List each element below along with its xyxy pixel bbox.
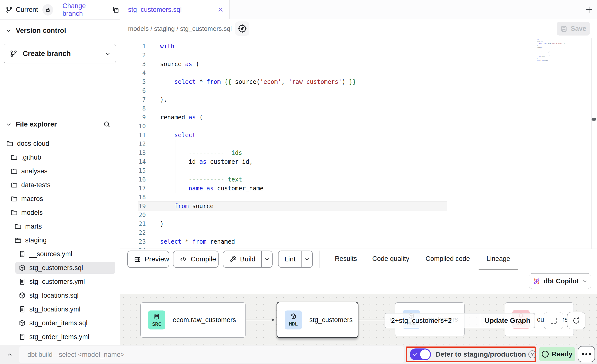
chevron-down-icon bbox=[105, 51, 111, 57]
code-line: 3source as ( bbox=[120, 60, 597, 69]
active-tab-underline bbox=[479, 269, 518, 270]
toggle-knob bbox=[420, 349, 430, 359]
tree-item-stg-order-items-sql[interactable]: stg_order_items.sql bbox=[0, 316, 120, 330]
tree-item-label: stg_customers.yml bbox=[29, 278, 85, 286]
version-control-title: Version control bbox=[16, 27, 66, 35]
lint-label: Lint bbox=[284, 255, 296, 263]
save-button[interactable]: Save bbox=[557, 22, 590, 36]
sidebar: Current Change branch Version control Cr… bbox=[0, 0, 120, 345]
code-line: 16 ---------- text bbox=[120, 175, 597, 184]
build-button[interactable]: Build bbox=[223, 251, 273, 268]
table-icon bbox=[134, 255, 141, 263]
help-icon[interactable]: ? bbox=[528, 350, 536, 358]
model-icon bbox=[19, 319, 26, 327]
build-dropdown[interactable] bbox=[261, 251, 272, 267]
file-icon bbox=[19, 333, 26, 341]
tree-item-staging[interactable]: staging bbox=[0, 233, 120, 247]
copy-branch-icon[interactable] bbox=[112, 6, 120, 14]
lineage-selector-bar: 2+stg_customers+2 Update Graph bbox=[385, 313, 535, 328]
copilot-compass-button[interactable] bbox=[235, 21, 249, 36]
more-options-button[interactable] bbox=[578, 346, 595, 362]
fullscreen-button[interactable] bbox=[544, 312, 563, 329]
save-icon bbox=[560, 25, 568, 32]
tree-item--sources-yml[interactable]: __sources.yml bbox=[0, 247, 120, 261]
new-tab-button[interactable] bbox=[584, 5, 594, 14]
file-icon bbox=[19, 250, 26, 258]
tree-item-marts[interactable]: marts bbox=[0, 219, 120, 233]
wrench-icon bbox=[229, 255, 237, 263]
tab-compiled-code[interactable]: Compiled code bbox=[426, 255, 470, 263]
tab-stg-customers-sql[interactable]: stg_customers.sql bbox=[120, 0, 230, 19]
node-label: stg_customers bbox=[309, 316, 353, 324]
branch-header: Current Change branch bbox=[0, 0, 120, 20]
tab-title: stg_customers.sql bbox=[128, 6, 182, 14]
tree-item-analyses[interactable]: analyses bbox=[0, 164, 120, 178]
tree-item-stg-locations-yml[interactable]: stg_locations.yml bbox=[0, 302, 120, 316]
chevron-down-icon bbox=[304, 256, 310, 262]
tree-item-stg-customers-yml[interactable]: stg_customers.yml bbox=[0, 275, 120, 289]
preview-label: Preview bbox=[145, 255, 169, 263]
update-graph-button[interactable]: Update Graph bbox=[480, 313, 535, 328]
refresh-button[interactable] bbox=[567, 312, 585, 329]
code-line: 5 select * from {{ source('ecom', 'raw_c… bbox=[120, 77, 597, 86]
chevron-down-icon[interactable] bbox=[5, 121, 12, 127]
tree-item-stg-order-items-yml[interactable]: stg_order_items.yml bbox=[0, 330, 120, 344]
chevron-down-icon bbox=[264, 256, 270, 262]
code-line: 19 from source bbox=[120, 202, 597, 211]
code-line: 4 bbox=[120, 69, 597, 77]
tree-item-models[interactable]: models bbox=[0, 206, 120, 219]
defer-toggle[interactable] bbox=[410, 348, 431, 360]
change-branch-link[interactable]: Change branch bbox=[62, 2, 105, 18]
tree-item-docs-cloud[interactable]: docs-cloud bbox=[0, 137, 120, 150]
compile-button[interactable]: Compile bbox=[173, 251, 219, 268]
compile-label: Compile bbox=[191, 255, 216, 263]
folder-icon bbox=[10, 195, 18, 202]
lint-button[interactable]: Lint bbox=[278, 251, 313, 268]
lint-dropdown[interactable] bbox=[301, 251, 312, 267]
dbt-copilot-label: dbt Copilot bbox=[544, 277, 579, 285]
save-label: Save bbox=[571, 25, 586, 33]
chevron-up-icon[interactable] bbox=[6, 351, 13, 358]
create-branch-button[interactable]: Create branch bbox=[4, 44, 116, 63]
tree-item-label: stg_locations.sql bbox=[29, 292, 79, 299]
tree-item-stg-customers-sql[interactable]: stg_customers.sql bbox=[0, 261, 120, 275]
refresh-icon bbox=[572, 316, 580, 325]
tree-item-label: analyses bbox=[21, 167, 48, 175]
folder-open-icon bbox=[14, 237, 22, 244]
tree-item-label: docs-cloud bbox=[17, 140, 49, 147]
tree-item-data-tests[interactable]: data-tests bbox=[0, 178, 120, 192]
editor-scrollbar-gutter[interactable] bbox=[591, 38, 597, 249]
page-scrollbar-thumb[interactable] bbox=[592, 118, 596, 121]
lineage-graph[interactable]: SRC ecom.raw_customers MDL stg_customers… bbox=[120, 294, 597, 345]
create-branch-dropdown[interactable] bbox=[100, 44, 116, 63]
tree-item-label: __sources.yml bbox=[29, 250, 72, 258]
code-line: 20 bbox=[120, 211, 597, 219]
tree-item--github[interactable]: .github bbox=[0, 150, 120, 164]
cube-icon bbox=[290, 313, 297, 320]
code-editor[interactable]: 1with23source as (45 select * from {{ so… bbox=[120, 38, 597, 249]
close-icon[interactable] bbox=[217, 6, 224, 13]
file-tree: docs-cloud.githubanalysesdata-testsmacro… bbox=[0, 137, 120, 344]
lineage-node-source[interactable]: SRC ecom.raw_customers bbox=[140, 302, 246, 338]
git-branch-icon bbox=[5, 6, 13, 14]
tab-lineage[interactable]: Lineage bbox=[486, 255, 510, 263]
tab-results[interactable]: Results bbox=[335, 255, 357, 263]
file-icon bbox=[19, 278, 26, 285]
code-line: 22 bbox=[120, 228, 597, 237]
chevron-down-icon[interactable] bbox=[5, 27, 12, 34]
folder-icon bbox=[10, 154, 18, 161]
editor-minimap[interactable]: with source as ( select * from {{ source… bbox=[537, 39, 588, 62]
database-icon bbox=[153, 313, 160, 320]
code-line: 17 name as customer_name bbox=[120, 184, 597, 193]
file-search-icon[interactable] bbox=[103, 120, 111, 128]
dbt-copilot-button[interactable]: dbt Copilot bbox=[529, 273, 591, 289]
command-input[interactable]: dbt build --select <model_name> bbox=[19, 346, 404, 363]
preview-button[interactable]: Preview bbox=[127, 251, 169, 268]
lineage-node-stg-customers[interactable]: MDL stg_customers bbox=[277, 302, 358, 338]
breadcrumb-row: models / staging / stg_customers.sql Sav… bbox=[120, 19, 597, 38]
tree-item-macros[interactable]: macros bbox=[0, 192, 120, 206]
lineage-selector-input[interactable]: 2+stg_customers+2 bbox=[385, 313, 480, 328]
tree-item-stg-locations-sql[interactable]: stg_locations.sql bbox=[0, 289, 120, 302]
code-line: 23select * from renamed bbox=[120, 237, 597, 246]
tab-code-quality[interactable]: Code quality bbox=[372, 255, 409, 263]
